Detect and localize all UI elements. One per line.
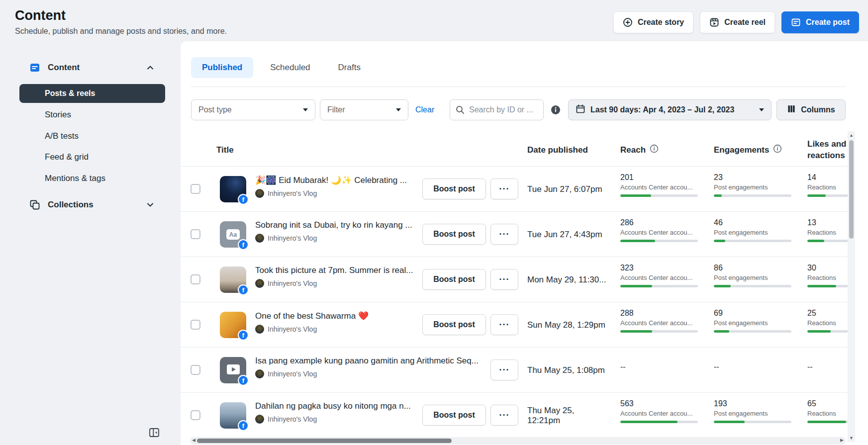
info-icon[interactable] [650, 144, 659, 156]
boost-post-button[interactable]: Boost post [422, 224, 486, 245]
boost-post-button[interactable]: Boost post [422, 269, 486, 290]
engagements-bar [714, 240, 791, 242]
engagements-header-label: Engagements [714, 145, 769, 155]
ellipsis-icon: ... [499, 362, 509, 373]
table-header: Title Date published Reach Engagements L… [181, 134, 848, 166]
engagements-bar [714, 285, 791, 287]
reach-label: Accounts Center accou... [620, 183, 705, 191]
ellipsis-icon: ... [499, 408, 509, 418]
page-avatar [255, 189, 264, 198]
reactions-label: Reactions [807, 319, 848, 327]
engagements-bar [714, 421, 791, 423]
horizontal-scrollbar-thumb[interactable] [197, 439, 452, 443]
page-name: Inhinyero's Vlog [268, 325, 317, 333]
search-info-icon[interactable] [551, 105, 561, 126]
post-type-dropdown[interactable]: Post type [191, 99, 315, 120]
reach-value: 286 [620, 218, 705, 227]
post-thumbnail[interactable]: f [220, 267, 246, 293]
reactions-metric: 30 Reactions [807, 264, 848, 287]
reactions-bar [807, 330, 848, 333]
sidebar-section-collections[interactable]: Collections [0, 196, 181, 214]
more-options-button[interactable]: ... [490, 178, 518, 199]
create-story-button[interactable]: Create story [613, 11, 693, 33]
create-post-label: Create post [806, 18, 850, 27]
sidebar-section-content[interactable]: Content [0, 59, 181, 77]
reactions-metric: 14 Reactions [807, 173, 848, 197]
date-published: Mon May 29, 11:30... [527, 257, 609, 302]
post-title-cell[interactable]: Isa pang example kung paano gamitin ang … [255, 356, 514, 378]
reactions-metric: 65 Reactions [807, 399, 848, 423]
sidebar-item-mentions-tags[interactable]: Mentions & tags [19, 168, 165, 189]
post-thumbnail[interactable]: Aa f [220, 221, 246, 248]
vertical-scrollbar-thumb[interactable] [849, 140, 854, 239]
tab-published[interactable]: Published [191, 57, 253, 78]
post-title: Isa pang example kung paano gamitin ang … [255, 356, 514, 366]
page-name: Inhinyero's Vlog [268, 279, 317, 287]
tab-scheduled[interactable]: Scheduled [259, 57, 321, 78]
reactions-metric: 13 Reactions [807, 218, 848, 242]
scroll-left-icon[interactable]: ◀ [192, 438, 195, 443]
info-icon[interactable] [773, 144, 782, 156]
row-checkbox[interactable] [191, 410, 200, 420]
chevron-down-icon [396, 108, 401, 111]
post-thumbnail[interactable]: f [220, 402, 246, 429]
text-post-icon: Aa [226, 229, 240, 240]
reactions-value: 30 [807, 264, 848, 272]
horizontal-scrollbar[interactable]: ◀ ▶ [190, 437, 846, 445]
create-post-button[interactable]: Create post [781, 11, 859, 33]
more-options-button[interactable]: ... [490, 405, 518, 426]
sidebar-item-ab-tests[interactable]: A/B tests [19, 126, 165, 147]
boost-post-button[interactable]: Boost post [422, 314, 486, 335]
reactions-label: Reactions [807, 410, 848, 417]
boost-post-button[interactable]: Boost post [422, 178, 486, 199]
more-options-button[interactable]: ... [490, 359, 518, 380]
scroll-up-icon[interactable]: ▲ [848, 133, 855, 138]
more-options-button[interactable]: ... [490, 224, 518, 245]
content-icon [29, 62, 41, 74]
post-type-label: Post type [198, 105, 232, 114]
date-range-button[interactable]: Last 90 days: Apr 4, 2023 – Jul 2, 2023 [568, 99, 772, 120]
tabs-divider [191, 87, 846, 87]
row-checkbox[interactable] [191, 229, 200, 239]
vertical-scrollbar[interactable]: ▲ ▼ [848, 131, 855, 442]
create-reel-label: Create reel [724, 18, 766, 27]
chevron-down-icon [303, 108, 308, 111]
sidebar-item-stories[interactable]: Stories [19, 104, 165, 125]
page-avatar [255, 325, 264, 334]
date-published: Tue Jun 27, 6:07pm [527, 167, 609, 212]
collections-icon [29, 199, 41, 211]
row-checkbox[interactable] [191, 365, 200, 375]
reactions-bar [807, 421, 848, 423]
more-options-button[interactable]: ... [490, 269, 518, 290]
row-checkbox[interactable] [191, 274, 200, 284]
sidebar-item-feed-grid[interactable]: Feed & grid [19, 147, 165, 168]
sidebar-item-posts-reels[interactable]: Posts & reels [19, 84, 165, 103]
engagements-label: Post engagements [714, 319, 798, 327]
column-header-date-published: Date published [527, 134, 588, 166]
clear-filters-link[interactable]: Clear [415, 99, 434, 120]
boost-post-button[interactable]: Boost post [422, 405, 486, 426]
reactions-bar [807, 194, 848, 197]
post-thumbnail[interactable]: f [220, 312, 246, 338]
tab-drafts[interactable]: Drafts [327, 57, 372, 78]
row-checkbox[interactable] [191, 184, 200, 194]
scroll-right-icon[interactable]: ▶ [840, 438, 844, 443]
reach-value: 563 [620, 399, 705, 408]
scroll-down-icon[interactable]: ▼ [848, 436, 855, 441]
reach-label: Accounts Center accou... [620, 229, 705, 236]
collapse-sidebar-button[interactable] [147, 427, 161, 441]
create-reel-button[interactable]: Create reel [700, 11, 775, 33]
column-header-title: Title [216, 134, 234, 166]
columns-button[interactable]: Columns [776, 99, 846, 120]
filter-dropdown[interactable]: Filter [320, 99, 408, 120]
facebook-badge-icon: f [238, 375, 249, 386]
table-viewport: Published Scheduled Drafts Post type Fil… [181, 41, 848, 445]
reactions-value: -- [807, 362, 848, 371]
table-row: f 🎉🎆 Eid Mubarak! 🌙✨ Celebrating ... Inh… [181, 166, 848, 211]
post-thumbnail[interactable]: f [220, 357, 246, 383]
row-checkbox[interactable] [191, 320, 200, 330]
post-thumbnail[interactable]: f [220, 176, 246, 202]
more-options-button[interactable]: ... [490, 314, 518, 335]
reactions-value: 14 [807, 173, 848, 182]
page-name: Inhinyero's Vlog [268, 234, 317, 242]
